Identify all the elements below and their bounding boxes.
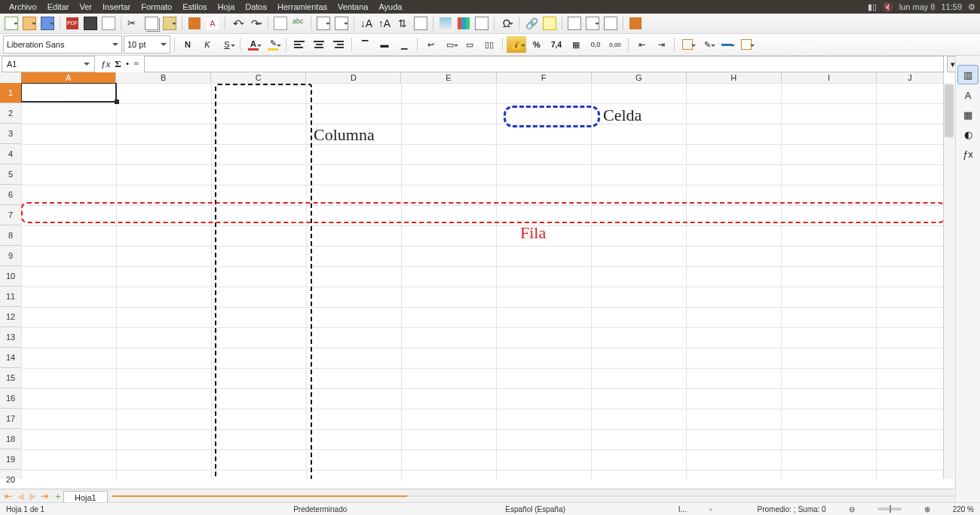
cell[interactable] xyxy=(307,389,402,409)
col-header-I[interactable]: I xyxy=(782,72,877,83)
cell[interactable] xyxy=(307,145,402,165)
cell[interactable] xyxy=(307,369,402,389)
cell[interactable] xyxy=(592,247,687,267)
cell[interactable] xyxy=(117,287,212,308)
border-color-button[interactable] xyxy=(718,36,736,53)
cell[interactable] xyxy=(307,287,402,308)
cell[interactable] xyxy=(877,430,944,450)
cell[interactable] xyxy=(592,84,687,104)
menu-formato[interactable]: Formato xyxy=(136,2,176,11)
cell[interactable] xyxy=(782,226,877,247)
cell[interactable] xyxy=(497,165,592,185)
settings-icon[interactable]: ⚙ xyxy=(968,2,975,12)
cell[interactable] xyxy=(497,185,592,206)
cell[interactable] xyxy=(877,450,944,471)
cell[interactable] xyxy=(212,124,307,145)
menu-insertar[interactable]: Insertar xyxy=(98,2,135,11)
row-header-16[interactable]: 16 xyxy=(0,388,21,409)
navigator-icon[interactable]: ◐ xyxy=(958,125,978,143)
open-icon[interactable] xyxy=(21,15,38,32)
cell[interactable] xyxy=(592,471,687,480)
cell[interactable] xyxy=(212,206,307,226)
copy-icon[interactable] xyxy=(143,15,160,32)
cell[interactable] xyxy=(117,84,212,104)
cell[interactable] xyxy=(877,145,944,165)
chart-icon[interactable] xyxy=(455,15,472,32)
cell[interactable] xyxy=(877,84,944,104)
cell[interactable] xyxy=(497,328,592,348)
cell[interactable] xyxy=(497,409,592,430)
row-header-11[interactable]: 11 xyxy=(0,287,21,307)
cell[interactable] xyxy=(687,348,782,369)
cell[interactable] xyxy=(782,145,877,165)
cell[interactable] xyxy=(497,287,592,308)
cell[interactable] xyxy=(877,267,944,287)
cell[interactable] xyxy=(402,389,497,409)
horizontal-scrollbar[interactable] xyxy=(112,495,954,497)
row-header-2[interactable]: 2 xyxy=(0,103,21,124)
cell[interactable] xyxy=(402,206,497,226)
cell[interactable] xyxy=(877,247,944,267)
cell[interactable] xyxy=(877,409,944,430)
autofilter-icon[interactable] xyxy=(412,15,429,32)
zoom-in-icon[interactable]: ⊕ xyxy=(924,505,930,513)
cell[interactable] xyxy=(877,165,944,185)
indent-dec-button[interactable]: ⇥ xyxy=(652,36,670,53)
cell[interactable] xyxy=(212,389,307,409)
cell[interactable] xyxy=(402,124,497,145)
cell[interactable] xyxy=(782,328,877,348)
comment-icon[interactable] xyxy=(541,15,558,32)
cut-icon[interactable] xyxy=(125,15,142,32)
cell[interactable] xyxy=(782,430,877,450)
underline-button[interactable]: S xyxy=(218,36,236,53)
cell[interactable] xyxy=(687,409,782,430)
cell[interactable] xyxy=(22,450,117,471)
cell[interactable] xyxy=(877,369,944,389)
cell[interactable] xyxy=(782,165,877,185)
cell[interactable] xyxy=(687,389,782,409)
cell[interactable] xyxy=(402,287,497,308)
cell[interactable] xyxy=(877,328,944,348)
col-header-H[interactable]: H xyxy=(687,72,782,83)
cell[interactable] xyxy=(212,145,307,165)
col-header-J[interactable]: J xyxy=(877,72,944,83)
cell[interactable] xyxy=(212,185,307,206)
cell[interactable] xyxy=(22,287,117,308)
cell[interactable] xyxy=(497,389,592,409)
cell[interactable] xyxy=(212,287,307,308)
dec-dec-button[interactable]: 0,00 xyxy=(606,36,624,53)
col-header-A[interactable]: A xyxy=(21,72,116,83)
row-header-14[interactable]: 14 xyxy=(0,348,21,368)
headers-icon[interactable] xyxy=(566,15,583,32)
menu-hoja[interactable]: Hoja xyxy=(213,2,240,11)
cell[interactable] xyxy=(592,369,687,389)
cell[interactable] xyxy=(212,409,307,430)
prev-sheet-icon[interactable]: ◀ xyxy=(15,491,26,501)
cell[interactable] xyxy=(402,84,497,104)
cell[interactable] xyxy=(22,185,117,206)
cell[interactable] xyxy=(592,145,687,165)
cell[interactable] xyxy=(402,308,497,328)
cell[interactable] xyxy=(877,104,944,124)
col-header-G[interactable]: G xyxy=(592,72,687,83)
cell[interactable] xyxy=(22,247,117,267)
cell[interactable] xyxy=(592,124,687,145)
fill-handle[interactable] xyxy=(115,100,119,104)
cell[interactable] xyxy=(497,124,592,145)
cell[interactable] xyxy=(307,471,402,480)
cell[interactable] xyxy=(117,430,212,450)
cell[interactable] xyxy=(782,104,877,124)
menu-estilos[interactable]: Estilos xyxy=(178,2,211,11)
cell[interactable] xyxy=(22,165,117,185)
print-icon[interactable] xyxy=(82,15,99,32)
cell[interactable] xyxy=(22,471,117,480)
cell[interactable] xyxy=(592,165,687,185)
cell[interactable] xyxy=(592,206,687,226)
col-header-B[interactable]: B xyxy=(116,72,211,83)
row-header-6[interactable]: 6 xyxy=(0,185,21,205)
cell[interactable] xyxy=(117,206,212,226)
cell[interactable] xyxy=(592,287,687,308)
sum-icon[interactable]: Σ xyxy=(115,58,121,70)
last-sheet-icon[interactable]: ⇥ xyxy=(39,491,50,501)
properties-icon[interactable]: ▥ xyxy=(957,65,978,84)
